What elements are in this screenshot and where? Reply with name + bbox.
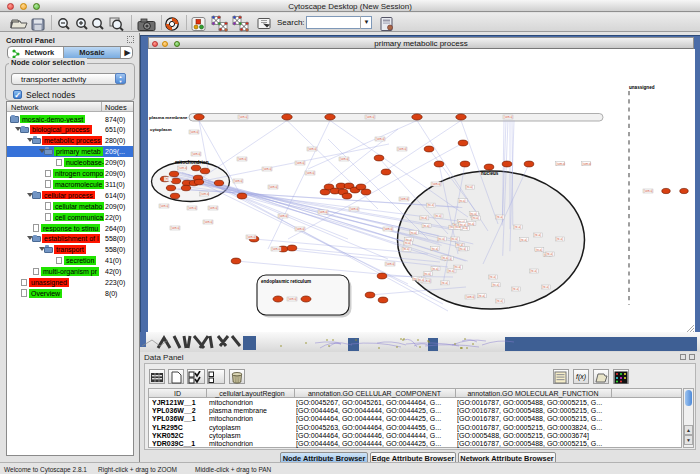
svg-text:(som-a): (som-a) bbox=[279, 214, 288, 218]
svg-text:cytoplasm: cytoplasm bbox=[150, 127, 172, 132]
svg-text:(som-a): (som-a) bbox=[188, 206, 197, 210]
svg-text:(som-a): (som-a) bbox=[247, 235, 256, 239]
svg-text:(som-a): (som-a) bbox=[386, 262, 395, 266]
svg-text:(som-a): (som-a) bbox=[178, 166, 187, 170]
svg-text:(som-a): (som-a) bbox=[340, 157, 349, 161]
svg-text:(nc-a): (nc-a) bbox=[546, 252, 553, 256]
svg-text:(nc-a): (nc-a) bbox=[530, 269, 537, 273]
svg-text:(som-a): (som-a) bbox=[200, 192, 209, 196]
svg-text:(nc-a): (nc-a) bbox=[423, 224, 430, 228]
svg-text:(nc-a): (nc-a) bbox=[435, 214, 442, 218]
svg-text:endoplasmic reticulum: endoplasmic reticulum bbox=[261, 279, 311, 284]
svg-text:(nc-a): (nc-a) bbox=[432, 267, 439, 271]
svg-text:(nc-a): (nc-a) bbox=[459, 247, 466, 251]
svg-text:(nc-a): (nc-a) bbox=[496, 299, 503, 303]
svg-text:(nc-a): (nc-a) bbox=[556, 237, 563, 241]
svg-text:(nc-a): (nc-a) bbox=[441, 281, 448, 285]
svg-text:(som-a): (som-a) bbox=[644, 189, 653, 193]
svg-text:(nc-a): (nc-a) bbox=[536, 248, 543, 252]
svg-text:(nc-a): (nc-a) bbox=[424, 272, 431, 276]
svg-text:(som-a): (som-a) bbox=[238, 157, 247, 161]
svg-text:(nc-a): (nc-a) bbox=[404, 241, 411, 245]
svg-text:(som-a): (som-a) bbox=[171, 226, 180, 230]
svg-text:(nc-a): (nc-a) bbox=[428, 203, 435, 207]
svg-text:(nc-a): (nc-a) bbox=[448, 269, 455, 273]
svg-text:(nc-a): (nc-a) bbox=[459, 199, 466, 203]
svg-text:(som-a): (som-a) bbox=[269, 185, 278, 189]
svg-text:(nc-a): (nc-a) bbox=[454, 265, 461, 269]
svg-text:(som-a): (som-a) bbox=[272, 247, 281, 251]
svg-text:(nc-a): (nc-a) bbox=[489, 275, 496, 279]
svg-text:(som-a): (som-a) bbox=[432, 182, 441, 186]
svg-text:(som-a): (som-a) bbox=[190, 130, 199, 134]
svg-text:(som-a): (som-a) bbox=[582, 162, 591, 166]
svg-text:(som-a): (som-a) bbox=[376, 137, 385, 141]
svg-text:nucleus: nucleus bbox=[481, 171, 499, 176]
svg-text:(nc-a): (nc-a) bbox=[534, 233, 541, 237]
svg-text:(nc-a): (nc-a) bbox=[470, 212, 477, 216]
svg-text:(nc-a): (nc-a) bbox=[493, 283, 500, 287]
svg-text:(nc-a): (nc-a) bbox=[460, 223, 467, 227]
svg-text:(som-a): (som-a) bbox=[239, 115, 248, 119]
svg-text:(som-a): (som-a) bbox=[192, 152, 201, 156]
svg-text:(nc-a): (nc-a) bbox=[451, 237, 458, 241]
svg-text:(som-a): (som-a) bbox=[319, 210, 328, 214]
svg-text:(nc-a): (nc-a) bbox=[421, 216, 428, 220]
svg-text:(nc-a): (nc-a) bbox=[512, 287, 519, 291]
svg-text:(som-a): (som-a) bbox=[296, 161, 305, 165]
svg-text:mitochondrion: mitochondrion bbox=[175, 160, 209, 165]
svg-text:(som-a): (som-a) bbox=[296, 227, 305, 231]
svg-text:(nc-a): (nc-a) bbox=[496, 215, 503, 219]
svg-text:(nc-a): (nc-a) bbox=[410, 231, 417, 235]
svg-text:(som-a): (som-a) bbox=[209, 206, 218, 210]
svg-text:(som-a): (som-a) bbox=[366, 115, 375, 119]
svg-text:(som-a): (som-a) bbox=[556, 162, 565, 166]
svg-text:(nc-a): (nc-a) bbox=[418, 278, 425, 282]
svg-text:(som-a): (som-a) bbox=[234, 179, 243, 183]
svg-text:(som-a): (som-a) bbox=[263, 167, 272, 171]
svg-text:(som-a): (som-a) bbox=[466, 295, 475, 299]
svg-text:(nc-a): (nc-a) bbox=[478, 294, 485, 298]
svg-text:(som-a): (som-a) bbox=[306, 171, 315, 175]
svg-text:(som-a): (som-a) bbox=[400, 197, 409, 201]
svg-text:plasma membrane: plasma membrane bbox=[149, 115, 188, 120]
svg-text:(som-a): (som-a) bbox=[350, 207, 359, 211]
svg-text:(som-a): (som-a) bbox=[288, 297, 297, 301]
svg-text:(nc-a): (nc-a) bbox=[520, 238, 527, 242]
svg-text:(som-a): (som-a) bbox=[308, 147, 317, 151]
svg-text:(nc-a): (nc-a) bbox=[442, 256, 449, 260]
svg-text:(som-a): (som-a) bbox=[384, 227, 393, 231]
svg-text:(nc-a): (nc-a) bbox=[403, 247, 410, 251]
svg-text:(som-a): (som-a) bbox=[160, 204, 169, 208]
svg-text:(nc-a): (nc-a) bbox=[542, 285, 549, 289]
svg-text:(som-a): (som-a) bbox=[504, 115, 513, 119]
svg-text:(nc-a): (nc-a) bbox=[472, 216, 479, 220]
svg-text:(som-a): (som-a) bbox=[204, 220, 213, 224]
svg-text:unassigned: unassigned bbox=[629, 85, 655, 90]
svg-text:(nc-a): (nc-a) bbox=[432, 247, 439, 251]
svg-text:(nc-a): (nc-a) bbox=[438, 237, 445, 241]
svg-text:(nc-a): (nc-a) bbox=[514, 225, 521, 229]
svg-text:(m): (m) bbox=[165, 177, 169, 181]
svg-text:(nc-a): (nc-a) bbox=[468, 222, 475, 226]
svg-text:(nc-a): (nc-a) bbox=[466, 185, 473, 189]
svg-text:(som-a): (som-a) bbox=[398, 147, 407, 151]
